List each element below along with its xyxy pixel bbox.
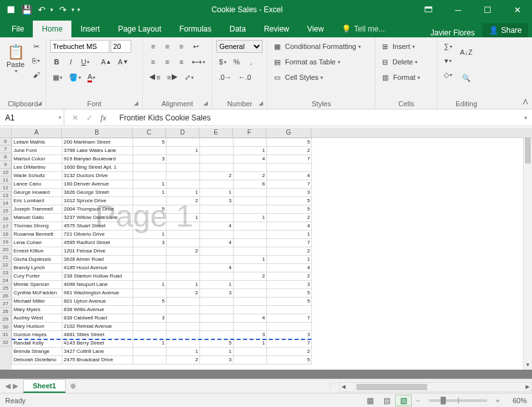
table-row[interactable]: George Howard3826 George Street1113 — [12, 189, 312, 197]
tab-view[interactable]: View — [298, 21, 333, 37]
zoom-out-button[interactable]: − — [412, 397, 423, 404]
row-header[interactable]: 31 — [0, 331, 12, 339]
decrease-indent-button[interactable]: ⯇≡ — [147, 71, 163, 84]
sheet-nav-next[interactable]: ▶ — [13, 382, 18, 390]
table-row[interactable]: Cynthia McFadden981 Washington Avenue235 — [12, 289, 312, 298]
font-dialog-launcher[interactable]: ◢ — [134, 100, 138, 106]
share-button[interactable]: 👤Share — [482, 23, 528, 37]
row-header[interactable]: 19 — [0, 238, 12, 246]
increase-indent-button[interactable]: ≡⯈ — [164, 71, 180, 84]
conditional-formatting-button[interactable]: ▦ Conditional Formatting▾ — [271, 40, 363, 53]
fill-color-button[interactable]: 🪣▾ — [66, 71, 84, 84]
column-header-F[interactable]: F — [233, 128, 266, 137]
undo-icon[interactable]: ↶ — [36, 4, 48, 15]
row-header[interactable]: 20 — [0, 246, 12, 254]
table-row[interactable]: June Ford3788 Lake Wales Lane112 — [12, 147, 312, 155]
row-header[interactable]: 11 — [0, 176, 12, 184]
tab-formulas[interactable]: Formulas — [170, 21, 221, 37]
number-format-select[interactable]: General — [216, 40, 262, 53]
tab-file[interactable]: File — [3, 21, 33, 37]
tell-me[interactable]: 💡Tell me... — [333, 21, 394, 37]
sort-filter-button[interactable]: A↓Z — [457, 40, 475, 64]
row-header[interactable]: 18 — [0, 231, 12, 238]
font-name-input[interactable] — [50, 40, 109, 53]
borders-button[interactable]: ▦▾ — [50, 71, 65, 84]
find-select-button[interactable]: 🔍 — [457, 66, 475, 90]
table-row[interactable]: Deborah Dictefano2475 Broadcast Drive235 — [12, 356, 312, 364]
format-painter-button[interactable]: 🖌 — [30, 68, 42, 81]
vscroll-thumb[interactable] — [525, 138, 531, 164]
align-center-button[interactable]: ≡ — [161, 55, 174, 68]
insert-cells-button[interactable]: ⊞ Insert▾ — [380, 40, 417, 53]
zoom-level[interactable]: 60% — [504, 397, 527, 404]
collapse-ribbon-button[interactable]: ᐱ — [523, 98, 528, 106]
cell-styles-button[interactable]: ▭ Cell Styles▾ — [271, 71, 326, 84]
column-header-A[interactable]: A — [12, 128, 62, 137]
maximize-button[interactable]: ☐ — [473, 0, 502, 19]
table-row[interactable]: Mary Myers838 Willis Avenue — [12, 306, 312, 314]
table-row[interactable]: Joseph Trammell2004 Thompson Drive55 — [12, 205, 312, 214]
row-header[interactable]: 26 — [0, 292, 12, 300]
scroll-down-arrow[interactable]: ▼ — [524, 361, 532, 370]
row-header[interactable]: 29 — [0, 316, 12, 323]
row-header[interactable]: 6 — [0, 138, 12, 146]
format-as-table-button[interactable]: ▤ Format as Table▾ — [271, 55, 343, 68]
align-bottom-button[interactable]: ≡ — [175, 40, 188, 53]
row-header[interactable]: 12 — [0, 184, 12, 192]
tab-review[interactable]: Review — [255, 21, 298, 37]
horizontal-scrollbar[interactable]: ◀ ▶ — [339, 382, 532, 392]
delete-cells-button[interactable]: ⊟ Delete▾ — [380, 55, 420, 68]
fx-icon[interactable]: fx — [100, 113, 106, 123]
table-row[interactable]: Gordon Hayes4881 Stiles Street33 — [12, 331, 312, 339]
row-header[interactable]: 17 — [0, 223, 12, 231]
formula-bar[interactable]: Frontier Kids Cookie Sales — [114, 113, 519, 122]
clipboard-dialog-launcher[interactable]: ◢ — [37, 100, 42, 106]
table-row[interactable]: Manuel Gallo3237 Willow Oaks Lane112 — [12, 214, 312, 222]
font-color-button[interactable]: A▾ — [85, 71, 98, 84]
table-row[interactable]: Eric Lombard1012 Spruce Drive235 — [12, 197, 312, 205]
user-name[interactable]: Javier Flores — [423, 28, 482, 37]
table-row[interactable]: Cory Porter238 Stanton Hollow Road22 — [12, 272, 312, 281]
tab-data[interactable]: Data — [221, 21, 255, 37]
sheet-tab-sheet1[interactable]: Sheet1 — [23, 379, 66, 393]
bold-button[interactable]: B — [50, 55, 63, 68]
zoom-slider[interactable] — [429, 399, 487, 402]
column-header-B[interactable]: B — [62, 128, 133, 137]
font-size-input[interactable] — [111, 40, 131, 53]
cancel-formula-icon[interactable]: ✕ — [72, 113, 78, 122]
sheet-nav-prev[interactable]: ◀ — [5, 382, 10, 390]
table-row[interactable]: Audrey West838 Caldwell Road347 — [12, 314, 312, 323]
column-header-G[interactable]: G — [266, 128, 311, 137]
merge-center-button[interactable]: ⟷▾ — [189, 55, 208, 68]
orientation-button[interactable]: ⤢▾ — [182, 71, 196, 84]
zoom-knob[interactable] — [441, 397, 446, 404]
enter-formula-icon[interactable]: ✓ — [86, 113, 93, 122]
wrap-text-button[interactable]: ↩ — [189, 40, 202, 53]
minimize-button[interactable]: ─ — [443, 0, 473, 19]
table-row[interactable]: Lance Cano180 Denver Avenue167 — [12, 180, 312, 189]
ribbon-display-options-icon[interactable] — [414, 0, 443, 19]
accounting-format-button[interactable]: $▾ — [216, 55, 229, 68]
percent-format-button[interactable]: % — [230, 55, 243, 68]
number-dialog-launcher[interactable]: ◢ — [259, 100, 263, 106]
row-header[interactable]: 16 — [0, 215, 12, 223]
table-row[interactable]: Brenda Strange3427 Cottrill Lane112 — [12, 348, 312, 356]
cut-button[interactable]: ✂ — [30, 40, 42, 53]
expand-formula-bar[interactable]: ▾ — [519, 115, 532, 121]
fill-button[interactable]: ▾▾ — [441, 54, 455, 67]
row-header[interactable]: 28 — [0, 308, 12, 316]
clear-button[interactable]: ◇▾ — [441, 68, 455, 81]
close-button[interactable]: ✕ — [502, 0, 532, 19]
table-row[interactable]: Randall Kelly4143 Berry Street1517 — [12, 339, 312, 348]
row-header[interactable]: 22 — [0, 261, 12, 269]
underline-button[interactable]: U▾ — [78, 55, 92, 68]
alignment-dialog-launcher[interactable]: ◢ — [203, 100, 208, 106]
scroll-left-arrow[interactable]: ◀ — [340, 384, 347, 390]
table-row[interactable]: Marisol Colon919 Banyan Boulevard347 — [12, 155, 312, 164]
zoom-in-button[interactable]: + — [492, 397, 504, 404]
row-header[interactable]: 7 — [0, 146, 12, 153]
align-middle-button[interactable]: ≡ — [161, 40, 174, 53]
row-header[interactable]: 9 — [0, 161, 12, 169]
row-header[interactable]: 8 — [0, 153, 12, 161]
row-header[interactable]: 24 — [0, 277, 12, 285]
